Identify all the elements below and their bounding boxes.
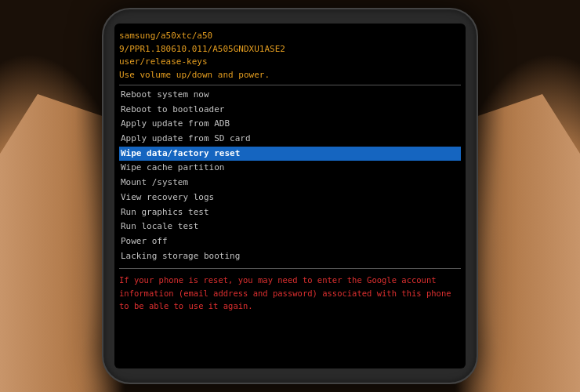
phone-screen: samsung/a50xtc/a50 9/PPR1.180610.011/A50…	[114, 24, 466, 368]
menu-item-1[interactable]: Reboot to bootloader	[119, 103, 461, 118]
device-info-line2: 9/PPR1.180610.011/A505GNDXU1ASE2	[119, 43, 461, 56]
device-info-line4: Use volume up/down and power.	[119, 69, 461, 82]
scene: samsung/a50xtc/a50 9/PPR1.180610.011/A50…	[0, 0, 580, 392]
menu-item-0[interactable]: Reboot system now	[119, 88, 461, 103]
menu-item-5[interactable]: Wipe cache partition	[119, 161, 461, 176]
recovery-menu: Reboot system nowReboot to bootloaderApp…	[119, 88, 461, 263]
menu-item-11[interactable]: Lacking storage booting	[119, 249, 461, 264]
header-divider	[119, 85, 461, 85]
device-info-header: samsung/a50xtc/a50 9/PPR1.180610.011/A50…	[119, 30, 461, 82]
menu-item-7[interactable]: View recovery logs	[119, 191, 461, 205]
device-info-line3: user/release-keys	[119, 56, 461, 69]
menu-item-8[interactable]: Run graphics test	[119, 205, 461, 220]
menu-item-10[interactable]: Power off	[119, 234, 461, 249]
phone: samsung/a50xtc/a50 9/PPR1.180610.011/A50…	[102, 8, 478, 384]
menu-item-2[interactable]: Apply update from ADB	[119, 117, 461, 132]
warning-text: If your phone is reset, you may need to …	[119, 274, 461, 312]
warning-section: If your phone is reset, you may need to …	[119, 268, 461, 312]
device-info-line1: samsung/a50xtc/a50	[119, 30, 461, 43]
menu-item-3[interactable]: Apply update from SD card	[119, 132, 461, 147]
menu-item-4[interactable]: Wipe data/factory reset	[119, 147, 461, 162]
menu-item-9[interactable]: Run locale test	[119, 220, 461, 234]
menu-item-6[interactable]: Mount /system	[119, 176, 461, 191]
